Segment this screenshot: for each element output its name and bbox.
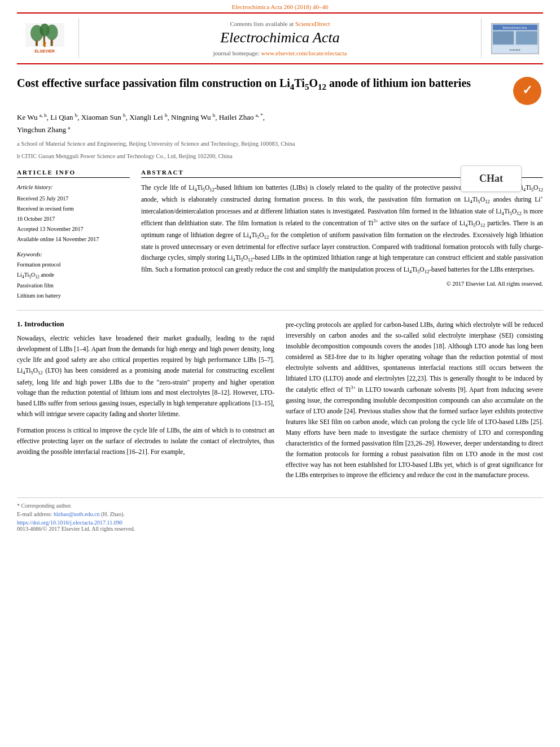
chat-button[interactable]: CHat xyxy=(461,165,522,192)
svg-rect-5 xyxy=(36,40,38,46)
elsevier-logo-container: ELSEVIER xyxy=(17,18,79,59)
svg-text:✓: ✓ xyxy=(522,83,532,97)
svg-rect-15 xyxy=(516,31,537,44)
journal-homepage: journal homepage: www.elsevier.com/locat… xyxy=(213,50,347,56)
sciencedirect-label: Contents lists available at ScienceDirec… xyxy=(230,20,330,27)
svg-text:ELSEVIER: ELSEVIER xyxy=(509,49,520,51)
crossmark-svg: ✓ xyxy=(512,76,543,107)
copyright-text: © 2017 Elsevier Ltd. All rights reserved… xyxy=(141,281,543,287)
accepted-date: Accepted 13 November 2017 xyxy=(17,224,130,234)
body-left-column: 1. Introduction Nowadays, electric vehic… xyxy=(17,320,274,486)
homepage-link[interactable]: www.elsevier.com/locate/electacta xyxy=(261,50,347,56)
svg-rect-9 xyxy=(43,45,45,47)
keywords-label: Keywords: xyxy=(17,251,130,257)
journal-citation-text: Electrochimica Acta 260 (2018) 40–46 xyxy=(231,3,328,10)
article-history: Article history: Received 25 July 2017 R… xyxy=(17,182,130,244)
authors-line: Ke Wu a, b, Li Qian b, Xiaoman Sun b, Xi… xyxy=(17,111,543,136)
keyword-3: Passivation film xyxy=(17,281,130,291)
svg-text:ELSEVIER: ELSEVIER xyxy=(34,48,55,53)
section-divider xyxy=(17,310,543,311)
received-date: Received 25 July 2017 xyxy=(17,194,130,204)
keywords-list: Formation protocol Li4Ti5O12 anode Passi… xyxy=(17,260,130,302)
svg-point-8 xyxy=(43,42,46,45)
available-date: Available online 14 November 2017 xyxy=(17,234,130,244)
page-footer: * Corresponding author. E-mail address: … xyxy=(17,497,543,532)
section-1-text-1: Nowadays, electric vehicles have broaden… xyxy=(17,333,274,420)
journal-header-center: Contents lists available at ScienceDirec… xyxy=(79,18,481,59)
affiliation-b: b CITIC Guoan Mengguli Power Science and… xyxy=(17,152,543,161)
section-1-title: 1. Introduction xyxy=(17,320,274,329)
keywords-section: Keywords: Formation protocol Li4Ti5O12 a… xyxy=(17,251,130,302)
keyword-1: Formation protocol xyxy=(17,260,130,270)
journal-title: Electrochimica Acta xyxy=(220,29,340,46)
article-info-column: ARTICLE INFO Article history: Received 2… xyxy=(17,169,130,301)
svg-rect-7 xyxy=(51,40,53,46)
issn-text: 0013-4686/© 2017 Elsevier Ltd. All right… xyxy=(17,526,543,532)
body-right-column: pre-cycling protocols are applied for ca… xyxy=(286,320,543,486)
journal-header: ELSEVIER Contents lists available at Sci… xyxy=(17,12,543,64)
revised-date: Received in revised form16 October 2017 xyxy=(17,204,130,224)
journal-citation: Electrochimica Acta 260 (2018) 40–46 xyxy=(0,0,560,12)
crossmark-icon[interactable]: ✓ xyxy=(512,76,543,107)
article-title-section: Cost effective surface passivation film … xyxy=(17,76,543,107)
article-info-header: ARTICLE INFO xyxy=(17,169,130,178)
sciencedirect-link[interactable]: ScienceDirect xyxy=(295,20,330,27)
author-email[interactable]: hlzhao@ustb.edu.cn xyxy=(54,511,99,517)
affiliation-a: a School of Material Science and Enginee… xyxy=(17,139,543,148)
history-label: Article history: xyxy=(17,182,130,193)
elsevier-logo: ELSEVIER xyxy=(21,23,69,54)
journal-cover: Electrochimica Acta ELSEVIER xyxy=(491,23,539,54)
svg-text:Electrochimica Acta: Electrochimica Acta xyxy=(503,27,527,29)
corresponding-note: * Corresponding author. xyxy=(17,503,543,509)
section-1-text-2: Formation process is critical to improve… xyxy=(17,425,274,457)
keyword-4: Lithium ion battery xyxy=(17,291,130,301)
doi-link[interactable]: https://doi.org/10.1016/j.electacta.2017… xyxy=(17,519,543,526)
keyword-2: Li4Ti5O12 anode xyxy=(17,270,130,281)
abstract-text: The cycle life of Li4Ti5O12-based lithiu… xyxy=(141,182,543,276)
section-1-text-right: pre-cycling protocols are applied for ca… xyxy=(286,320,543,480)
svg-point-4 xyxy=(46,24,58,40)
email-line: E-mail address: hlzhao@ustb.edu.cn (H. Z… xyxy=(17,511,543,517)
svg-rect-14 xyxy=(493,31,514,44)
article-title: Cost effective surface passivation film … xyxy=(17,76,512,93)
journal-cover-container: Electrochimica Acta ELSEVIER xyxy=(481,18,543,59)
chat-button-label: CHat xyxy=(479,173,503,185)
body-section: 1. Introduction Nowadays, electric vehic… xyxy=(17,320,543,486)
journal-cover-image: Electrochimica Acta ELSEVIER xyxy=(492,23,539,54)
